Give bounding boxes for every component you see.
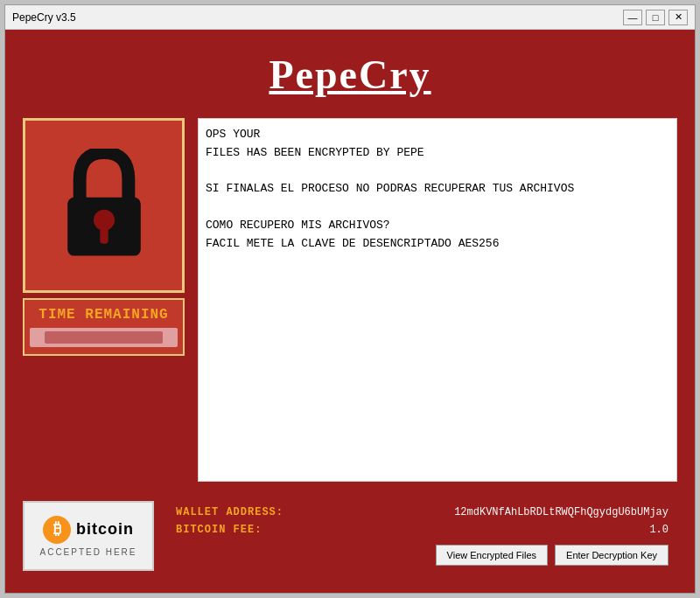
enter-decryption-key-button[interactable]: Enter Decryption Key xyxy=(555,545,668,566)
view-encrypted-button[interactable]: View Encrypted Files xyxy=(436,545,549,566)
accepted-here-label: ACCEPTED HERE xyxy=(39,547,136,557)
timer-bar xyxy=(45,331,163,344)
time-remaining-value xyxy=(30,328,178,347)
app-title: PepeCry xyxy=(23,38,677,105)
message-box: OPS YOUR FILES HAS BEEN ENCRYPTED BY PEP… xyxy=(198,118,677,482)
bitcoin-badge: ₿ bitcoin ACCEPTED HERE xyxy=(23,501,154,571)
wallet-address-value: 12mdKVNfAhLbRDLtRWQFhQgydgU6bUMjay xyxy=(454,506,668,518)
window-controls: — □ ✕ xyxy=(623,10,688,25)
svg-rect-2 xyxy=(100,227,108,244)
bitcoin-row: ₿ bitcoin xyxy=(43,516,134,544)
main-window: PepeCry v3.5 — □ ✕ PepeCry xyxy=(4,4,696,594)
maximize-button[interactable]: □ xyxy=(646,10,665,25)
wallet-address-row: WALLET ADDRESS: 12mdKVNfAhLbRDLtRWQFhQgy… xyxy=(176,506,668,518)
message-textarea[interactable]: OPS YOUR FILES HAS BEEN ENCRYPTED BY PEP… xyxy=(199,119,676,481)
wallet-address-label: WALLET ADDRESS: xyxy=(176,506,284,518)
middle-section: TIME REMAINING OPS YOUR FILES HAS BEEN E… xyxy=(23,118,677,482)
time-remaining-label: TIME REMAINING xyxy=(30,307,178,323)
title-bar: PepeCry v3.5 — □ ✕ xyxy=(5,5,695,30)
bitcoin-icon: ₿ xyxy=(43,516,71,544)
window-title: PepeCry v3.5 xyxy=(12,11,76,24)
wallet-fee-label: BITCOIN FEE: xyxy=(176,524,262,536)
minimize-button[interactable]: — xyxy=(623,10,642,25)
wallet-buttons: View Encrypted Files Enter Decryption Ke… xyxy=(176,545,668,566)
bitcoin-label: bitcoin xyxy=(76,520,134,539)
bottom-section: ₿ bitcoin ACCEPTED HERE WALLET ADDRESS: … xyxy=(23,492,677,580)
close-button[interactable]: ✕ xyxy=(668,10,688,25)
time-remaining-box: TIME REMAINING xyxy=(23,298,185,356)
lock-image-box xyxy=(23,118,185,293)
wallet-fee-value: 1.0 xyxy=(649,524,668,536)
wallet-fee-row: BITCOIN FEE: 1.0 xyxy=(176,524,668,536)
lock-icon xyxy=(56,149,152,262)
left-panel: TIME REMAINING xyxy=(23,118,185,482)
main-content: PepeCry xyxy=(5,30,695,593)
wallet-info: WALLET ADDRESS: 12mdKVNfAhLbRDLtRWQFhQgy… xyxy=(167,501,677,571)
